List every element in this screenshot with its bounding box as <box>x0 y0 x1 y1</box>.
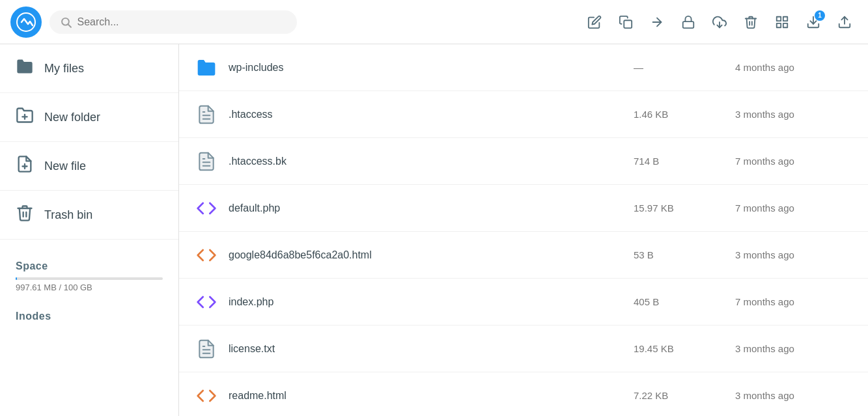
folder-icon <box>195 56 218 79</box>
svg-rect-7 <box>777 16 781 20</box>
file-plus-icon <box>16 155 34 177</box>
file-date: 3 months ago <box>735 249 852 260</box>
header: 1 <box>0 0 868 44</box>
doc-icon <box>195 150 218 173</box>
code-icon <box>195 197 218 220</box>
sidebar-item-new-file[interactable]: New file <box>0 142 178 191</box>
main-container: My files New folder New file <box>0 44 868 416</box>
sidebar-item-label-my-files: My files <box>44 62 84 76</box>
file-date: 7 months ago <box>735 156 852 167</box>
svg-line-2 <box>68 24 71 27</box>
doc-icon <box>195 337 218 361</box>
svg-rect-3 <box>624 20 632 28</box>
inodes-section-title: Inodes <box>0 300 178 325</box>
file-name: readme.html <box>229 390 623 402</box>
file-size: 714 B <box>634 156 725 167</box>
download-queue-badge: 1 <box>815 10 825 21</box>
file-size: 19.45 KB <box>634 343 725 354</box>
folder-icon <box>16 57 34 79</box>
trash-icon <box>16 204 34 226</box>
space-bar <box>0 275 178 280</box>
delete-button[interactable] <box>738 9 764 35</box>
sidebar-item-label-new-folder: New folder <box>44 111 100 124</box>
file-date: 4 months ago <box>735 62 852 73</box>
table-row[interactable]: index.php 405 B 7 months ago <box>179 279 868 326</box>
file-date: 3 months ago <box>735 390 852 401</box>
copy-button[interactable] <box>613 9 639 35</box>
sidebar-item-label-new-file: New file <box>44 159 86 173</box>
code-icon <box>195 243 218 267</box>
code-icon <box>195 384 218 408</box>
file-date: 7 months ago <box>735 296 852 307</box>
file-name: .htaccess <box>229 109 623 120</box>
table-row[interactable]: google84d6a8be5f6ca2a0.html 53 B 3 month… <box>179 232 868 279</box>
logo <box>10 7 42 38</box>
space-label: 997.61 MB / 100 GB <box>0 280 178 295</box>
file-name: google84d6a8be5f6ca2a0.html <box>229 249 623 261</box>
table-row[interactable]: default.php 15.97 KB 7 months ago <box>179 185 868 232</box>
file-size: 405 B <box>634 296 725 307</box>
sidebar-item-my-files[interactable]: My files <box>0 44 178 93</box>
doc-icon <box>195 103 218 126</box>
toolbar-icons: 1 <box>581 9 858 35</box>
table-row[interactable]: license.txt 19.45 KB 3 months ago <box>179 326 868 372</box>
sidebar-item-new-folder[interactable]: New folder <box>0 93 178 142</box>
inbox-download-button[interactable] <box>707 9 733 35</box>
upload-button[interactable] <box>832 9 858 35</box>
space-section-title: Space <box>0 250 178 275</box>
sidebar-item-label-trash-bin: Trash bin <box>44 208 92 222</box>
file-size: 53 B <box>634 249 725 260</box>
move-button[interactable] <box>644 9 670 35</box>
file-name: wp-includes <box>229 62 623 74</box>
grid-view-button[interactable] <box>769 9 795 35</box>
file-size: 15.97 KB <box>634 202 725 214</box>
file-list: wp-includes — 4 months ago .htaccess 1.4… <box>179 44 868 416</box>
file-size: — <box>634 62 725 73</box>
svg-rect-5 <box>683 21 694 28</box>
folder-plus-icon <box>16 106 34 128</box>
svg-rect-8 <box>783 16 787 20</box>
svg-rect-10 <box>783 23 787 27</box>
lock-button[interactable] <box>675 9 701 35</box>
sidebar-item-trash-bin[interactable]: Trash bin <box>0 191 178 240</box>
file-size: 7.22 KB <box>634 390 725 401</box>
file-date: 3 months ago <box>735 109 852 120</box>
table-row[interactable]: readme.html 7.22 KB 3 months ago <box>179 372 868 416</box>
code-icon <box>195 290 218 314</box>
svg-rect-9 <box>777 23 781 27</box>
file-name: license.txt <box>229 343 623 355</box>
download-queue-button[interactable]: 1 <box>800 9 826 35</box>
file-name: index.php <box>229 296 623 308</box>
edit-button[interactable] <box>581 9 608 35</box>
file-name: default.php <box>229 202 623 214</box>
search-input[interactable] <box>77 16 287 28</box>
file-date: 3 months ago <box>735 343 852 354</box>
table-row[interactable]: .htaccess 1.46 KB 3 months ago <box>179 91 868 138</box>
file-size: 1.46 KB <box>634 109 725 120</box>
file-name: .htaccess.bk <box>229 156 623 167</box>
table-row[interactable]: wp-includes — 4 months ago <box>179 44 868 91</box>
table-row[interactable]: .htaccess.bk 714 B 7 months ago <box>179 138 868 185</box>
file-date: 7 months ago <box>735 202 852 214</box>
sidebar: My files New folder New file <box>0 44 179 416</box>
search-bar[interactable] <box>49 10 297 34</box>
search-icon <box>60 16 72 29</box>
